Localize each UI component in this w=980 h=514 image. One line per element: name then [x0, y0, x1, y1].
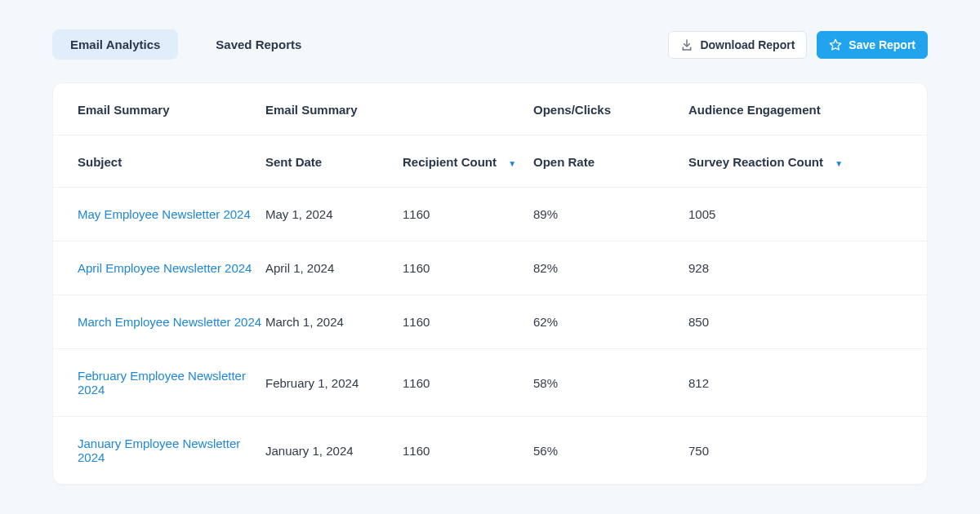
cell-open-rate: 89%: [533, 188, 688, 241]
column-header-recipient-count-label: Recipient Count: [403, 155, 497, 169]
download-report-button[interactable]: Download Report: [668, 31, 807, 59]
email-subject-link[interactable]: March Employee Newsletter 2024: [78, 315, 261, 329]
download-icon: [680, 38, 693, 51]
cell-open-rate: 56%: [533, 417, 688, 485]
table-row: February Employee Newsletter 2024Februar…: [53, 349, 927, 417]
group-header-audience-engagement: Audience Engagement: [688, 83, 927, 135]
cell-open-rate: 58%: [533, 349, 688, 417]
tab-email-analytics[interactable]: Email Analytics: [52, 29, 178, 60]
table-column-header-row: Subject Sent Date Recipient Count ▼ Open…: [53, 135, 927, 188]
save-report-button[interactable]: Save Report: [817, 31, 928, 59]
svg-marker-0: [831, 39, 841, 50]
cell-reaction-count: 850: [688, 295, 927, 349]
email-subject-link[interactable]: May Employee Newsletter 2024: [78, 207, 251, 221]
cell-reaction-count: 928: [688, 241, 927, 295]
download-report-label: Download Report: [700, 38, 795, 51]
sort-desc-icon: ▼: [508, 159, 516, 168]
column-header-recipient-count[interactable]: Recipient Count ▼: [403, 135, 533, 188]
cell-open-rate: 62%: [533, 295, 688, 349]
save-report-label: Save Report: [849, 38, 915, 51]
analytics-table: Email Summary Email Summary Opens/Clicks…: [53, 83, 927, 484]
cell-recipient-count: 1160: [403, 295, 533, 349]
cell-sent-date: January 1, 2024: [265, 417, 403, 485]
cell-reaction-count: 750: [688, 417, 927, 485]
email-subject-link[interactable]: January Employee Newsletter 2024: [78, 436, 240, 464]
star-icon: [829, 38, 842, 51]
cell-sent-date: May 1, 2024: [265, 188, 403, 241]
action-buttons: Download Report Save Report: [668, 31, 928, 59]
table-group-header-row: Email Summary Email Summary Opens/Clicks…: [53, 83, 927, 135]
tabs: Email Analytics Saved Reports: [52, 29, 319, 60]
table-row: January Employee Newsletter 2024January …: [53, 417, 927, 485]
column-header-sent-date[interactable]: Sent Date: [265, 135, 403, 188]
cell-recipient-count: 1160: [403, 417, 533, 485]
cell-recipient-count: 1160: [403, 241, 533, 295]
table-row: May Employee Newsletter 2024May 1, 20241…: [53, 188, 927, 241]
email-subject-link[interactable]: February Employee Newsletter 2024: [78, 369, 246, 397]
cell-sent-date: March 1, 2024: [265, 295, 403, 349]
column-header-open-rate[interactable]: Open Rate: [533, 135, 688, 188]
cell-recipient-count: 1160: [403, 349, 533, 417]
cell-reaction-count: 812: [688, 349, 927, 417]
email-subject-link[interactable]: April Employee Newsletter 2024: [78, 261, 252, 275]
cell-recipient-count: 1160: [403, 188, 533, 241]
group-header-opens-clicks: Opens/Clicks: [533, 83, 688, 135]
cell-sent-date: February 1, 2024: [265, 349, 403, 417]
column-header-subject[interactable]: Subject: [53, 135, 265, 188]
cell-sent-date: April 1, 2024: [265, 241, 403, 295]
column-header-reaction-count[interactable]: Survey Reaction Count ▼: [688, 135, 927, 188]
group-header-email-summary-2: Email Summary: [265, 83, 533, 135]
cell-reaction-count: 1005: [688, 188, 927, 241]
table-row: April Employee Newsletter 2024April 1, 2…: [53, 241, 927, 295]
column-header-reaction-count-label: Survey Reaction Count: [688, 155, 823, 169]
group-header-email-summary-1: Email Summary: [53, 83, 265, 135]
analytics-table-panel: Email Summary Email Summary Opens/Clicks…: [52, 82, 928, 485]
cell-open-rate: 82%: [533, 241, 688, 295]
sort-desc-icon: ▼: [835, 159, 843, 168]
table-row: March Employee Newsletter 2024March 1, 2…: [53, 295, 927, 349]
tab-saved-reports[interactable]: Saved Reports: [198, 29, 319, 60]
